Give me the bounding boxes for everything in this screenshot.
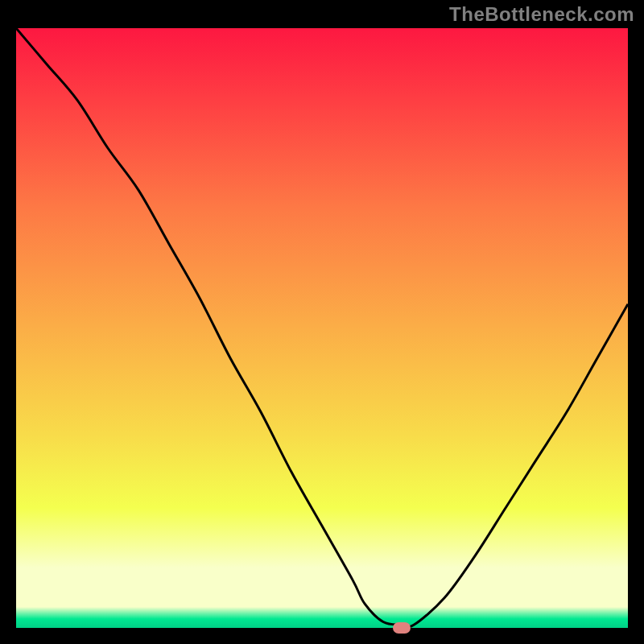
chart-container: TheBottleneck.com — [0, 0, 644, 644]
attribution-text: TheBottleneck.com — [449, 3, 634, 26]
gradient-background — [16, 28, 628, 628]
data-marker — [393, 622, 411, 634]
plot-svg — [16, 28, 628, 628]
plot-area — [16, 28, 628, 628]
